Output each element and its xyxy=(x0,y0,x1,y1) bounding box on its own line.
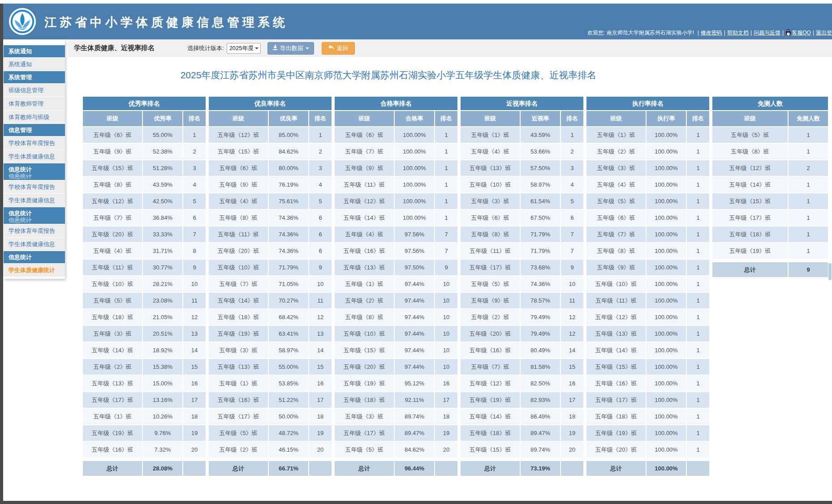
rank-cell: 19 xyxy=(435,425,457,441)
main-content: 2025年度江苏省苏州市吴中区南京师范大学附属苏州石湖实验小学五年级学生体质健康… xyxy=(68,57,832,501)
class-cell: 五年级《13》班 xyxy=(461,160,520,176)
rank-cell: 排名 xyxy=(183,111,206,126)
rate-cell: 89.74% xyxy=(395,409,434,424)
table-header-row: 班级优良率排名 xyxy=(209,111,332,126)
table-row: 五年级《9》班52.38%2 xyxy=(83,144,206,159)
sidebar-item[interactable]: 学生体质健康信息 xyxy=(4,238,65,251)
rate-cell: 97.44% xyxy=(395,359,434,375)
rate-cell: 100.00% xyxy=(647,309,686,325)
sidebar-item[interactable]: 学校体育年度报告 xyxy=(4,224,65,238)
header-link[interactable]: 帮助文档 xyxy=(727,30,749,36)
rate-cell: 100.00% xyxy=(647,409,686,424)
rank-cell: 1 xyxy=(561,127,583,143)
rank-cell: 排名 xyxy=(435,111,457,126)
class-cell: 五年级《13》班 xyxy=(83,376,142,391)
table-row: 五年级《8》班74.36%6 xyxy=(209,210,332,226)
rate-cell: 96.44% xyxy=(395,461,434,476)
table-row: 五年级《1》班100.00%1 xyxy=(586,127,709,143)
table-row: 五年级《19》班100.00%1 xyxy=(586,425,709,441)
sidebar-item[interactable]: 学生体质健康信息 xyxy=(4,150,65,163)
class-cell: 五年级《11》班 xyxy=(335,177,394,192)
version-select[interactable]: 2025年度 xyxy=(227,43,261,54)
rank-cell: 1 xyxy=(435,177,457,192)
sidebar-section-label: 系统通知 xyxy=(9,48,32,55)
class-cell: 总计 xyxy=(209,461,268,476)
rank-cell: 1 xyxy=(687,177,709,192)
class-cell: 五年级《4》班 xyxy=(461,144,520,159)
count-cell: 1 xyxy=(789,177,828,192)
table-row: 五年级《3》班89.74%18 xyxy=(335,409,457,424)
rank-cell: 12 xyxy=(183,309,206,325)
class-cell: 五年级《16》班 xyxy=(586,376,646,391)
rate-cell: 97.44% xyxy=(395,342,434,358)
table-row: 五年级《11》班100.00%1 xyxy=(586,293,709,308)
rank-cell: 1 xyxy=(687,359,709,375)
rank-cell: 1 xyxy=(687,392,709,408)
sidebar-section-header[interactable]: 信息管理 xyxy=(4,124,65,137)
sidebar-item[interactable]: 学生体质健康统计 xyxy=(4,264,65,277)
sidebar-section-header[interactable]: 信息统计 xyxy=(4,251,65,264)
sidebar-item[interactable]: 学校体育年度报告 xyxy=(4,137,65,150)
rank-cell: 17 xyxy=(435,392,457,408)
sidebar-section-header[interactable]: 系统通知 xyxy=(4,45,65,58)
table-row: 五年级《14》班70.27%11 xyxy=(209,293,332,308)
sidebar-item[interactable]: 体育教师管理 xyxy=(4,97,65,111)
export-data-button[interactable]: 导出数据 xyxy=(267,42,314,55)
class-cell: 五年级《3》班 xyxy=(461,193,520,209)
class-cell: 五年级《5》班 xyxy=(461,276,520,292)
table-header-row: 班级免测人数 xyxy=(712,111,828,126)
back-button[interactable]: 返回 xyxy=(322,42,355,55)
class-cell: 五年级《5》班 xyxy=(712,127,788,143)
table-row: 五年级《6》班67.50%6 xyxy=(461,210,583,226)
rate-cell: 100.00% xyxy=(395,177,434,192)
rate-cell: 15.00% xyxy=(143,376,182,391)
header-link[interactable]: 修改密码 xyxy=(701,30,722,36)
class-cell: 五年级《4》班 xyxy=(209,193,268,209)
sidebar: 系统通知系统通知系统管理班级信息管理体育教师管理体育教师与班级信息管理学校体育年… xyxy=(4,39,65,279)
table-row: 五年级《7》班36.84%6 xyxy=(83,210,206,226)
sidebar-section-header[interactable]: 系统管理 xyxy=(4,71,65,84)
rank-cell: 1 xyxy=(435,127,457,143)
sidebar-item[interactable]: 学生体质健康信息 xyxy=(4,194,65,207)
rate-cell: 20.51% xyxy=(143,326,182,342)
sidebar-item[interactable]: 班级信息管理 xyxy=(4,84,65,97)
class-cell: 五年级《17》班 xyxy=(335,425,394,441)
rank-cell: 1 xyxy=(687,243,709,259)
header-link[interactable]: 客服QQ xyxy=(792,30,811,36)
rank-cell: 9 xyxy=(309,260,332,275)
sidebar-section-header[interactable]: 信息统计信息统计 xyxy=(4,163,65,180)
rate-cell: 97.44% xyxy=(395,293,434,308)
class-cell: 五年级《19》班 xyxy=(335,376,394,391)
sidebar-item[interactable]: 系统通知 xyxy=(4,58,65,71)
class-cell: 五年级《18》班 xyxy=(712,226,788,242)
table-row: 五年级《8》班100.00%1 xyxy=(586,243,709,259)
table-row: 五年级《12》班82.50%16 xyxy=(461,376,583,391)
header-link[interactable]: 问题与反馈 xyxy=(754,30,780,36)
table-row: 五年级《6》班100.00%1 xyxy=(586,210,709,226)
sidebar-item[interactable]: 学校体育年度报告 xyxy=(4,180,65,194)
class-cell: 五年级《16》班 xyxy=(461,342,520,358)
rate-cell: 55.00% xyxy=(143,127,182,143)
scrollbar-thumb[interactable] xyxy=(828,263,832,280)
class-cell: 五年级《5》班 xyxy=(83,293,142,308)
table-row: 五年级《12》班2 xyxy=(712,160,828,176)
sidebar-item[interactable]: 体育教师与班级 xyxy=(4,111,65,124)
rank-cell: 13 xyxy=(183,326,206,342)
class-cell: 五年级《11》班 xyxy=(461,243,520,259)
header-link[interactable]: 退出登录 xyxy=(816,30,832,36)
sidebar-section-header[interactable]: 信息统计信息统计 xyxy=(4,207,65,224)
class-cell: 五年级《7》班 xyxy=(209,276,268,292)
table-row: 五年级《14》班1 xyxy=(712,177,828,192)
table-row: 五年级《5》班84.62%20 xyxy=(335,442,457,457)
table-row: 五年级《12》班85.00%1 xyxy=(209,127,332,143)
rank-cell: 18 xyxy=(435,409,457,424)
class-cell: 五年级《13》班 xyxy=(209,359,268,375)
rank-cell: 13 xyxy=(309,326,332,342)
class-cell: 五年级《8》班 xyxy=(461,226,520,242)
rate-cell: 近视率 xyxy=(521,111,560,126)
rank-cell: 7 xyxy=(561,243,583,259)
table-title-execution-rate: 执行率排名 xyxy=(586,97,709,110)
sidebar-section-label: 信息统计 xyxy=(9,210,32,217)
rank-cell: 16 xyxy=(561,376,583,391)
table-row: 五年级《5》班23.08%11 xyxy=(83,293,206,308)
